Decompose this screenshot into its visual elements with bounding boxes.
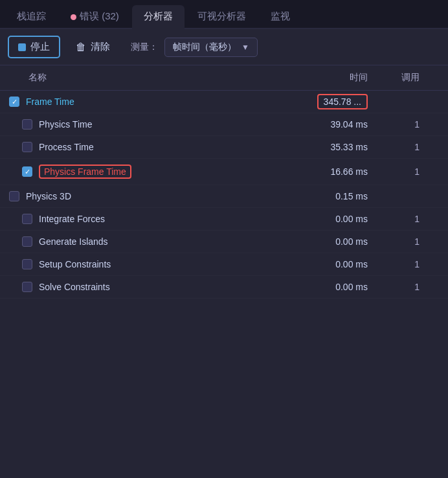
table-row: Solve Constraints 0.00 ms 1 [0,276,448,299]
item-label-process-time: Process Time [39,142,94,152]
item-label-integrate-forces: Integrate Forces [39,214,105,224]
tab-errors[interactable]: 错误 (32) [59,5,131,28]
time-solve-constraints: 0.00 ms [264,282,368,292]
time-setup-constraints: 0.00 ms [264,259,368,269]
calls-process-time: 1 [368,142,420,152]
header-name: 名称 [9,72,264,84]
checkbox-process-time[interactable] [22,142,32,152]
item-label-generate-islands: Generate Islands [39,236,108,247]
time-frame-time: 345.78 ... [264,97,368,107]
item-label-physics-3d: Physics 3D [26,191,71,201]
checkbox-physics-3d[interactable] [9,191,19,201]
checkbox-generate-islands[interactable] [22,236,32,247]
tab-monitor[interactable]: 监视 [259,5,302,28]
stop-button[interactable]: 停止 [8,36,60,58]
time-process-time: 35.33 ms [264,142,368,152]
table-row: Setup Constraints 0.00 ms 1 [0,253,448,276]
chevron-down-icon: ▼ [241,43,249,52]
table-row: Physics Time 39.04 ms 1 [0,113,448,136]
row-name-setup-constraints: Setup Constraints [9,259,264,269]
measure-label: 测量： [131,41,158,53]
highlighted-time-value: 345.78 ... [317,94,368,109]
header-time: 时间 [264,72,368,84]
checkbox-frame-time[interactable] [9,97,19,107]
calls-integrate-forces: 1 [368,214,420,224]
time-physics-frame-time: 16.66 ms [264,166,368,177]
row-name-frame-time: Frame Time [9,97,264,107]
table-row: Physics 3D 0.15 ms [0,185,448,208]
calls-physics-time: 1 [368,119,420,130]
item-label-solve-constraints: Solve Constraints [39,282,110,292]
row-name-generate-islands: Generate Islands [9,236,264,247]
item-label-physics-frame-time: Physics Frame Time [39,165,131,179]
time-generate-islands: 0.00 ms [264,236,368,247]
calls-setup-constraints: 1 [368,259,420,269]
row-name-solve-constraints: Solve Constraints [9,282,264,292]
item-label-physics-time: Physics Time [39,119,92,130]
tab-stack-trace[interactable]: 栈追踪 [5,5,58,28]
table-header: 名称 时间 调用 [0,65,448,91]
tab-bar: 栈追踪 错误 (32) 分析器 可视分析器 监视 [0,0,448,29]
row-name-physics-frame-time: Physics Frame Time [9,165,264,179]
app-window: 栈追踪 错误 (32) 分析器 可视分析器 监视 停止 🗑 清除 测量： 帧时间… [0,0,448,478]
checkbox-setup-constraints[interactable] [22,259,32,269]
calls-physics-frame-time: 1 [368,166,420,177]
checkbox-solve-constraints[interactable] [22,282,32,292]
checkbox-physics-time[interactable] [22,119,32,130]
calls-generate-islands: 1 [368,236,420,247]
error-dot [71,14,76,20]
clear-button[interactable]: 🗑 清除 [67,37,119,57]
table-container: 名称 时间 调用 Frame Time 345.78 ... Physics T… [0,65,448,478]
table-row: Generate Islands 0.00 ms 1 [0,231,448,253]
time-physics-3d: 0.15 ms [264,191,368,201]
tab-analyzer[interactable]: 分析器 [132,5,185,29]
row-name-physics-3d: Physics 3D [9,191,264,201]
calls-solve-constraints: 1 [368,282,420,292]
table-row: Integrate Forces 0.00 ms 1 [0,208,448,231]
checkbox-integrate-forces[interactable] [22,214,32,224]
item-label-frame-time: Frame Time [26,97,74,107]
tab-visual-analyzer[interactable]: 可视分析器 [186,5,258,28]
clear-icon: 🗑 [76,41,86,53]
table-row: Frame Time 345.78 ... [0,91,448,113]
measure-dropdown[interactable]: 帧时间（毫秒） ▼ [164,38,258,57]
row-name-process-time: Process Time [9,142,264,152]
toolbar: 停止 🗑 清除 测量： 帧时间（毫秒） ▼ [0,29,448,65]
stop-icon [18,43,26,51]
time-physics-time: 39.04 ms [264,119,368,130]
row-name-integrate-forces: Integrate Forces [9,214,264,224]
checkbox-physics-frame-time[interactable] [22,166,32,177]
time-integrate-forces: 0.00 ms [264,214,368,224]
header-calls: 调用 [368,72,420,84]
row-name-physics-time: Physics Time [9,119,264,130]
table-row: Physics Frame Time 16.66 ms 1 [0,159,448,185]
table-row: Process Time 35.33 ms 1 [0,136,448,159]
item-label-setup-constraints: Setup Constraints [39,259,111,269]
